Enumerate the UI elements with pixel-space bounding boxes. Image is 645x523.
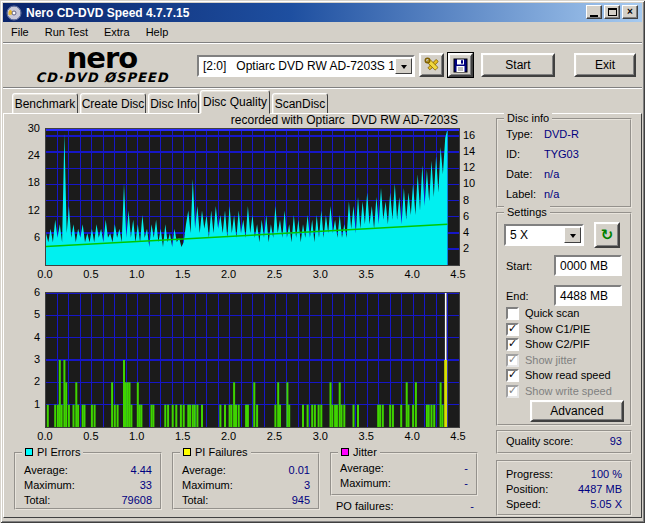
options-button[interactable]	[419, 53, 444, 77]
stat-value: -	[470, 500, 474, 512]
start-field[interactable]: 0000 MB	[554, 255, 622, 276]
pi-failures-legend-swatch	[183, 448, 191, 456]
drive-select-dropdown-button[interactable]	[395, 58, 412, 74]
scan-speed-select[interactable]: 5 X	[504, 224, 584, 246]
end-field[interactable]: 4488 MB	[554, 285, 622, 306]
menu-extra[interactable]: Extra	[96, 24, 138, 40]
tab-label: Disc Info	[150, 97, 197, 111]
stat-label: Total:	[182, 494, 208, 506]
scan-speed-dropdown-button[interactable]	[564, 227, 581, 243]
disc-date-value: n/a	[544, 168, 626, 180]
quality-score-panel: Quality score:93	[496, 430, 632, 454]
disc-type-label: Type:	[506, 128, 544, 140]
stat-label: Maximum:	[340, 477, 391, 489]
checkbox-quick-scan[interactable]: Quick scan	[506, 306, 579, 320]
pi-errors-legend-swatch	[25, 448, 33, 456]
panel-title-text: Disc info	[507, 112, 549, 124]
app-cd-icon	[6, 5, 22, 21]
po-failures-row: PO failures: -	[336, 500, 474, 512]
stat-value: 945	[292, 494, 310, 506]
disc-id-value: TYG03	[544, 148, 626, 160]
menu-run-test[interactable]: Run Test	[37, 24, 96, 40]
checkbox-show-read-speed[interactable]: Show read speed	[506, 368, 611, 382]
checkbox-box[interactable]	[506, 369, 519, 382]
stat-value: 4.44	[131, 464, 152, 476]
maximize-button[interactable]	[604, 5, 620, 19]
checkbox-show-c1-pie[interactable]: Show C1/PIE	[506, 322, 590, 336]
checkbox-label: Show C2/PIF	[525, 338, 590, 350]
panel-title-text: Settings	[507, 206, 547, 218]
jitter-panel-title: Jitter	[338, 446, 380, 458]
tab-label: ScanDisc	[275, 97, 326, 111]
panel-title-text: PI Errors	[37, 446, 80, 458]
pi-errors-chart	[45, 128, 460, 266]
menu-file[interactable]: File	[3, 24, 37, 40]
app-window: Nero CD-DVD Speed 4.7.7.15 × File Run Te…	[0, 0, 645, 523]
stat-value: 33	[140, 479, 152, 491]
save-button[interactable]	[448, 53, 473, 77]
panel-title-text: Jitter	[353, 446, 377, 458]
start-button[interactable]: Start	[481, 53, 555, 77]
chart-title: recorded with Optiarc DVD RW AD-7203S	[130, 113, 458, 127]
exit-button-label: Exit	[595, 58, 615, 72]
speed-label: Speed:	[506, 498, 541, 510]
disc-type-value: DVD-R	[544, 128, 626, 140]
title-bar[interactable]: Nero CD-DVD Speed 4.7.7.15 ×	[3, 3, 642, 22]
stat-label: Average:	[182, 464, 226, 476]
settings-panel: Settings 5 X ↻ Start: 0000 MB End: 4488 …	[496, 212, 632, 426]
disc-label-label: Label:	[506, 188, 544, 200]
menu-bar: File Run Test Extra Help	[3, 22, 642, 42]
jitter-panel: Jitter Average:- Maximum:-	[330, 452, 478, 496]
stat-value: -	[464, 477, 468, 489]
stat-value: 79608	[121, 494, 152, 506]
menu-help[interactable]: Help	[138, 24, 177, 40]
stat-label: Total:	[24, 494, 50, 506]
stat-label: Maximum:	[182, 479, 233, 491]
minimize-button[interactable]	[586, 5, 602, 19]
position-label: Position:	[506, 483, 548, 495]
checkbox-box[interactable]	[506, 307, 519, 320]
stat-value: 0.01	[289, 464, 310, 476]
stat-value: -	[464, 462, 468, 474]
refresh-icon: ↻	[601, 226, 614, 244]
tab-benchmark[interactable]: Benchmark	[12, 93, 78, 114]
tab-create-disc[interactable]: Create Disc	[80, 93, 146, 114]
progress-value: 100 %	[591, 468, 622, 480]
progress-panel: Progress:100 % Position:4487 MB Speed:5.…	[496, 460, 632, 516]
pi-failures-panel-title: PI Failures	[180, 446, 251, 458]
drive-select-value: [2:0] Optiarc DVD RW AD-7203S 1.04	[199, 59, 394, 73]
close-icon: ×	[627, 7, 633, 17]
jitter-legend-swatch	[341, 448, 349, 456]
refresh-button[interactable]: ↻	[594, 222, 620, 248]
pi-failures-panel: PI Failures Average:0.01 Maximum:3 Total…	[172, 452, 320, 510]
checkbox-box	[506, 385, 519, 398]
checkbox-show-jitter: Show jitter	[506, 353, 576, 367]
minimize-icon	[590, 15, 598, 17]
checkbox-box[interactable]	[506, 338, 519, 351]
checkbox-box[interactable]	[506, 323, 519, 336]
divider	[3, 87, 642, 89]
start-field-value: 0000 MB	[560, 259, 608, 273]
advanced-button[interactable]: Advanced	[530, 400, 624, 422]
stat-label: Average:	[24, 464, 68, 476]
disc-date-label: Date:	[506, 168, 544, 180]
drive-select[interactable]: [2:0] Optiarc DVD RW AD-7203S 1.04	[197, 55, 415, 77]
quality-score-value: 93	[610, 435, 622, 447]
end-field-label: End:	[506, 290, 529, 302]
pi-failures-chart	[45, 292, 460, 428]
tab-scandisc[interactable]: ScanDisc	[272, 93, 328, 114]
chevron-down-icon	[570, 234, 576, 241]
chevron-down-icon	[401, 65, 407, 72]
tab-label: Benchmark	[15, 97, 76, 111]
checkbox-show-c2-pif[interactable]: Show C2/PIF	[506, 337, 590, 351]
checkbox-label: Quick scan	[525, 307, 579, 319]
disc-id-label: ID:	[506, 148, 544, 160]
start-field-label: Start:	[506, 260, 532, 272]
exit-button[interactable]: Exit	[574, 53, 636, 77]
stat-label: Average:	[340, 462, 384, 474]
scan-speed-value: 5 X	[506, 228, 563, 242]
tab-disc-quality[interactable]: Disc Quality	[200, 90, 270, 114]
speed-value: 5.05 X	[590, 498, 622, 510]
tab-disc-info[interactable]: Disc Info	[148, 93, 199, 114]
close-button[interactable]: ×	[622, 5, 638, 19]
